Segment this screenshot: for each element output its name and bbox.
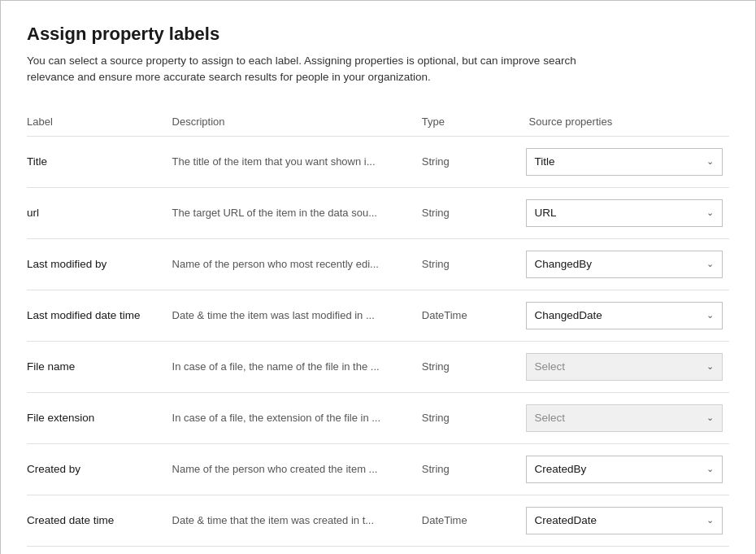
cell-type: String <box>422 392 519 443</box>
table-row: Last modified date timeDate & time the i… <box>27 290 729 341</box>
cell-label: Authors <box>27 546 172 554</box>
cell-description: Date & time the item was last modified i… <box>172 290 422 341</box>
cell-source: Title⌄ <box>519 136 729 187</box>
chevron-down-icon: ⌄ <box>706 361 714 372</box>
cell-description: In case of a file, the name of the file … <box>172 341 422 392</box>
col-header-label: Label <box>27 109 172 137</box>
table-row: TitleThe title of the item that you want… <box>27 136 729 187</box>
source-property-dropdown[interactable]: CreatedBy⌄ <box>526 456 723 483</box>
dropdown-value: Select <box>535 360 566 373</box>
cell-label: url <box>27 187 172 238</box>
table-row: Last modified byName of the person who m… <box>27 238 729 290</box>
source-property-dropdown[interactable]: ChangedDate⌄ <box>526 302 723 329</box>
table-row: Created date timeDate & time that the it… <box>27 495 729 546</box>
cell-type: DateTime <box>422 290 519 341</box>
col-header-source: Source properties <box>519 109 729 137</box>
source-property-dropdown[interactable]: Title⌄ <box>526 148 723 176</box>
chevron-down-icon: ⌄ <box>706 515 714 526</box>
cell-type: String <box>422 238 519 290</box>
chevron-down-icon: ⌄ <box>706 259 714 269</box>
dropdown-value: URL <box>535 207 557 219</box>
dropdown-value: ChangedDate <box>535 309 602 321</box>
cell-label: Title <box>27 136 172 187</box>
cell-type: String <box>422 443 519 495</box>
chevron-down-icon: ⌄ <box>706 207 714 218</box>
table-row: urlThe target URL of the item in the dat… <box>27 187 729 238</box>
cell-type: String <box>422 136 519 187</box>
cell-description: In case of a file, the extension of the … <box>172 392 422 443</box>
source-property-dropdown[interactable]: URL⌄ <box>526 199 723 227</box>
cell-source: Select⌄ <box>519 341 729 392</box>
col-header-description: Description <box>172 109 422 137</box>
page-description: You can select a source property to assi… <box>27 53 580 86</box>
cell-source: ChangedDate⌄ <box>519 290 729 341</box>
cell-label: File name <box>27 341 172 392</box>
chevron-down-icon: ⌄ <box>706 156 714 167</box>
cell-source: CreatedBy⌄ <box>519 443 729 495</box>
dropdown-value: Title <box>535 155 555 168</box>
cell-source: Select⌄ <box>519 392 729 443</box>
cell-description: The title of the item that you want show… <box>172 136 422 187</box>
chevron-down-icon: ⌄ <box>706 412 714 423</box>
cell-description: Name of the person who created the item … <box>172 443 422 495</box>
page-title: Assign property labels <box>27 24 729 45</box>
source-property-dropdown[interactable]: Select⌄ <box>526 353 723 381</box>
table-row: AuthorsName of all the people who partic… <box>27 546 729 554</box>
dropdown-value: ChangedBy <box>535 258 593 270</box>
cell-type: StringCollection <box>422 546 519 554</box>
chevron-down-icon: ⌄ <box>706 464 714 474</box>
source-property-dropdown[interactable]: Select⌄ <box>526 404 723 432</box>
cell-label: Last modified date time <box>27 290 172 341</box>
cell-description: Name of the person who most recently edi… <box>172 238 422 290</box>
source-property-dropdown[interactable]: CreatedDate⌄ <box>526 507 723 534</box>
table-row: File extensionIn case of a file, the ext… <box>27 392 729 443</box>
cell-description: Date & time that the item was created in… <box>172 495 422 546</box>
cell-source: ChangedBy⌄ <box>519 238 729 290</box>
cell-description: Name of all the people who participated/… <box>172 546 422 554</box>
page-container: Assign property labels You can select a … <box>0 0 756 554</box>
col-header-type: Type <box>422 109 519 137</box>
cell-label: File extension <box>27 392 172 443</box>
cell-type: String <box>422 187 519 238</box>
table-row: Created byName of the person who created… <box>27 443 729 495</box>
cell-source: URL⌄ <box>519 187 729 238</box>
cell-description: The target URL of the item in the data s… <box>172 187 422 238</box>
cell-type: String <box>422 341 519 392</box>
property-labels-table: Label Description Type Source properties… <box>27 109 729 555</box>
table-row: File nameIn case of a file, the name of … <box>27 341 729 392</box>
cell-source: Not applicable⌄ <box>519 546 729 554</box>
dropdown-value: Select <box>535 412 566 424</box>
cell-label: Created date time <box>27 495 172 546</box>
cell-type: DateTime <box>422 495 519 546</box>
source-property-dropdown[interactable]: ChangedBy⌄ <box>526 251 723 278</box>
chevron-down-icon: ⌄ <box>706 310 714 321</box>
dropdown-value: CreatedBy <box>535 463 587 475</box>
dropdown-value: CreatedDate <box>535 514 597 526</box>
cell-label: Created by <box>27 443 172 495</box>
cell-source: CreatedDate⌄ <box>519 495 729 546</box>
cell-label: Last modified by <box>27 238 172 290</box>
